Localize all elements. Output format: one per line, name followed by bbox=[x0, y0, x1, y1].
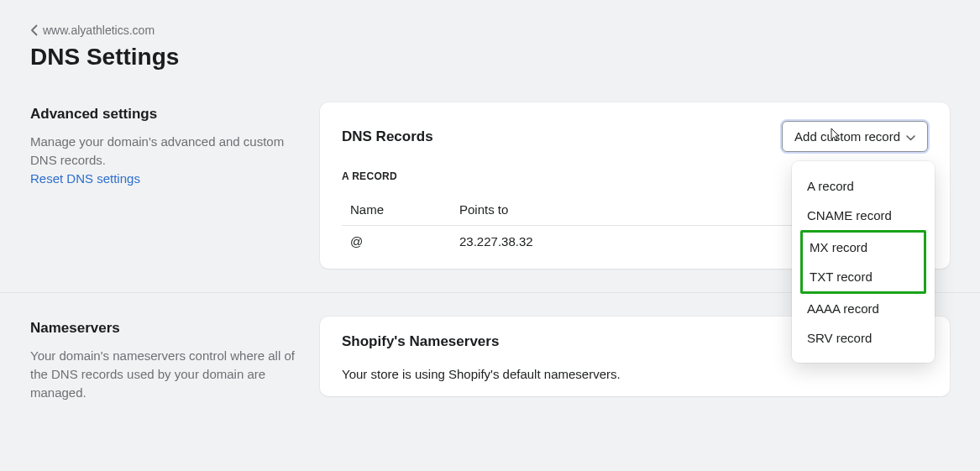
chevron-left-icon bbox=[30, 24, 38, 36]
chevron-down-icon bbox=[906, 129, 915, 144]
add-custom-record-button[interactable]: Add custom record bbox=[782, 121, 928, 152]
add-record-dropdown: A record CNAME record MX record TXT reco… bbox=[792, 161, 935, 363]
nameservers-desc: Your domain's nameservers control where … bbox=[30, 347, 300, 401]
advanced-settings-title: Advanced settings bbox=[30, 106, 300, 123]
advanced-settings-desc: Manage your domain's advanced and custom… bbox=[30, 133, 300, 170]
reset-dns-link[interactable]: Reset DNS settings bbox=[30, 171, 140, 186]
page-title: DNS Settings bbox=[30, 44, 950, 71]
breadcrumb[interactable]: www.alyathletics.com bbox=[30, 24, 155, 37]
table-header-name: Name bbox=[342, 196, 451, 226]
nameservers-title: Nameservers bbox=[30, 320, 300, 337]
record-name-cell: @ bbox=[342, 226, 451, 254]
dns-records-title: DNS Records bbox=[342, 128, 433, 145]
dropdown-item-mx-record[interactable]: MX record bbox=[803, 233, 924, 262]
nameservers-card-body: Your store is using Shopify's default na… bbox=[342, 367, 928, 381]
dropdown-item-a-record[interactable]: A record bbox=[792, 171, 935, 201]
add-button-label: Add custom record bbox=[794, 129, 900, 144]
dns-records-card: DNS Records Add custom record A RECORD bbox=[320, 102, 950, 269]
dropdown-highlight-box: MX record TXT record bbox=[800, 230, 926, 294]
dropdown-item-srv-record[interactable]: SRV record bbox=[792, 323, 935, 353]
dropdown-item-aaaa-record[interactable]: AAAA record bbox=[792, 294, 935, 323]
breadcrumb-label: www.alyathletics.com bbox=[43, 24, 155, 37]
dropdown-item-txt-record[interactable]: TXT record bbox=[803, 262, 924, 291]
dropdown-item-cname-record[interactable]: CNAME record bbox=[792, 201, 935, 230]
